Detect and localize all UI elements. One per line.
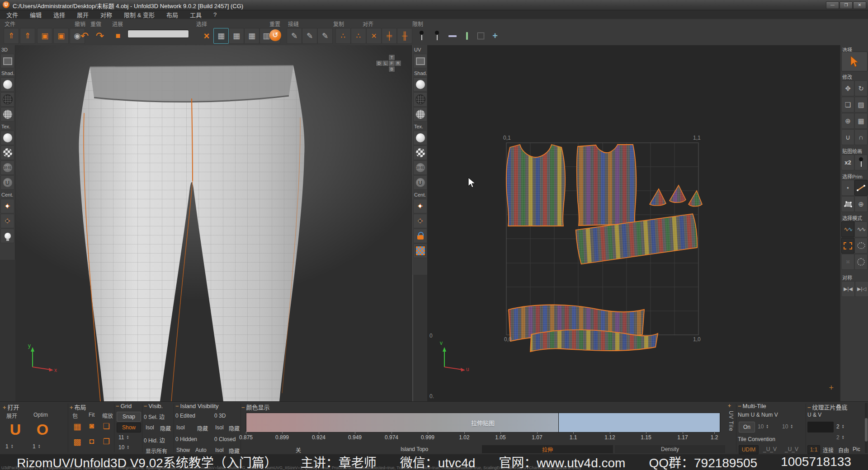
menu-help[interactable]: ? xyxy=(213,11,217,18)
shading-white-button-uv[interactable] xyxy=(413,77,427,92)
bracket-open-tool-button[interactable]: ∪ xyxy=(841,129,854,145)
grid-size-stepper[interactable]: 11▲▼ xyxy=(118,434,129,441)
stepper-arrows-icon[interactable]: ▲▼ xyxy=(766,424,769,429)
island-closed-hide-button[interactable]: 隐藏 xyxy=(229,447,240,455)
island-topo-button[interactable]: Island Topo xyxy=(401,446,428,452)
scale-1to1-button[interactable]: ❏ xyxy=(100,420,112,432)
uv-island-vest-back[interactable] xyxy=(577,145,637,226)
spread-constraint-button[interactable]: + xyxy=(487,28,503,44)
stop-button[interactable]: ■ xyxy=(110,28,126,44)
menu-symmetry[interactable]: 对称 xyxy=(100,10,112,19)
island-3d-hide-button[interactable]: 隐藏 xyxy=(229,424,240,432)
close-button[interactable]: ✕ xyxy=(853,1,866,9)
optim-iterations-stepper[interactable]: 1▲▼ xyxy=(33,443,41,450)
island-isolate-button[interactable]: Isol xyxy=(176,424,185,431)
horizontal-constraint-button[interactable] xyxy=(445,28,460,44)
pack-all-button[interactable]: ▦ xyxy=(71,420,83,432)
stepper-arrows-icon[interactable]: ▲▼ xyxy=(127,445,129,450)
focus-uv-button[interactable] xyxy=(413,54,427,68)
fit-ellipse-button[interactable]: ◘ xyxy=(86,435,98,448)
uv-island-flap-1[interactable] xyxy=(650,189,666,206)
light-toggle-button-3d[interactable] xyxy=(0,229,14,243)
stepper-arrows-icon[interactable]: ▲▼ xyxy=(126,435,129,440)
bottom-scrollbar[interactable] xyxy=(865,403,868,453)
pack-selected-button[interactable]: ▩ xyxy=(71,435,83,448)
undo-button[interactable]: ↶ xyxy=(77,28,92,44)
texture-none-button-uv[interactable] xyxy=(413,131,427,145)
checker-map-button[interactable] xyxy=(413,244,427,258)
section-layout-header[interactable]: +布局 xyxy=(70,403,86,411)
menu-constraints-deform[interactable]: 限制 & 变形 xyxy=(124,10,155,19)
num-v-stepper[interactable]: 10▲▼ xyxy=(782,423,793,430)
menu-select[interactable]: 选择 xyxy=(53,10,65,19)
shading-graywire-button-uv[interactable] xyxy=(413,107,427,122)
section-color-header[interactable]: −颜色显示 xyxy=(241,403,270,411)
num-u-stepper[interactable]: 10▲▼ xyxy=(758,423,769,430)
flag-deform-tool-button[interactable]: ▨ xyxy=(854,97,868,113)
cut-seam-button[interactable]: ✎ xyxy=(287,28,302,44)
uv-convention-1-button[interactable]: _U_V xyxy=(763,446,777,452)
shading-graywire-button-3d[interactable] xyxy=(0,107,14,122)
mode-rectangle-button[interactable] xyxy=(841,238,854,254)
sphere-wrap-tool-button[interactable]: ⊕ xyxy=(841,113,854,129)
brush-tool-button[interactable]: ❏ xyxy=(841,97,854,113)
uv-island-flap-3[interactable] xyxy=(689,191,702,207)
import-file-button[interactable]: ⇑ xyxy=(20,28,35,44)
stretch-mode-button[interactable]: 拉伸 xyxy=(482,445,613,453)
shading-darkwire-button-3d[interactable] xyxy=(0,92,14,107)
unpin-button[interactable] xyxy=(429,28,445,44)
move-tool-button[interactable]: ✥ xyxy=(841,80,854,96)
save-button[interactable]: ▣ xyxy=(37,28,52,44)
paste-uvs-button[interactable]: ∴ xyxy=(351,28,366,44)
color-off-button[interactable]: 关 xyxy=(296,446,301,454)
vertical-constraint-button[interactable] xyxy=(459,28,475,44)
nav-right-button[interactable]: R xyxy=(395,60,401,66)
stepper-arrows-icon[interactable]: ▲▼ xyxy=(842,424,844,429)
shading-white-button-3d[interactable] xyxy=(0,77,14,92)
select-visible-button[interactable]: ▦ xyxy=(213,28,229,44)
prim-vertex-button[interactable]: ● xyxy=(841,180,854,196)
section-island-header[interactable]: −Island Visibility xyxy=(175,403,219,409)
density-mode-button[interactable]: Density xyxy=(615,445,725,453)
save-as-button[interactable]: ▣ xyxy=(53,28,69,44)
texture-v-stepper[interactable]: 2▲▼ xyxy=(836,434,844,441)
select-all-grid-button[interactable]: ▦ xyxy=(244,28,259,44)
stepper-arrows-icon[interactable]: ▲▼ xyxy=(842,435,844,440)
uv-island-vest-front[interactable] xyxy=(506,145,565,226)
island-hide-button[interactable]: 隐藏 xyxy=(197,424,208,432)
bracket-close-tool-button[interactable]: ∩ xyxy=(854,129,868,145)
optimize-button[interactable]: O xyxy=(33,420,52,439)
align-cross-button[interactable]: × xyxy=(366,28,382,44)
center-pivot-button-uv[interactable]: + xyxy=(413,199,427,213)
uv-island-flap-2[interactable] xyxy=(670,185,686,202)
multi-on-button[interactable]: On xyxy=(739,422,755,432)
visib-hide-button[interactable]: 隐藏 xyxy=(160,424,171,432)
texture-binary-button-uv[interactable]: 10 01 xyxy=(413,160,427,175)
menu-edit[interactable]: 编辑 xyxy=(30,10,42,19)
pin-button[interactable] xyxy=(414,28,429,44)
load-file-button[interactable]: ⇑ xyxy=(4,28,19,44)
texel-lock-button[interactable] xyxy=(473,28,488,44)
align-vertical-button[interactable]: ╫ xyxy=(397,28,412,44)
texture-binary-button-3d[interactable]: 10 01 xyxy=(0,160,14,175)
mode-stroke-button[interactable]: ∿∿ xyxy=(841,221,854,237)
rotate-tool-button[interactable]: ↻ xyxy=(854,80,868,96)
uv-add-tile-button[interactable]: + xyxy=(829,384,834,391)
texture-udim-button-uv[interactable]: U xyxy=(413,175,427,190)
texture-none-button-3d[interactable] xyxy=(0,131,14,145)
texture-checker-button-3d[interactable] xyxy=(0,146,14,160)
symmetry-mirror-add-button[interactable]: ▶|◁ xyxy=(855,281,868,297)
pin-paint-button[interactable] xyxy=(854,155,868,170)
x2-resolution-button[interactable]: x2 xyxy=(841,155,854,170)
uv-convention-2-button[interactable]: _U_V xyxy=(785,446,798,452)
connect-button[interactable]: 连接 xyxy=(823,446,834,454)
pic-button[interactable]: Pic xyxy=(853,446,860,452)
mode-circle-button[interactable] xyxy=(854,254,868,270)
texture-u-stepper[interactable]: 2▲▼ xyxy=(836,423,844,430)
nav-left-button[interactable]: L xyxy=(382,60,389,66)
menu-tools[interactable]: 工具 xyxy=(190,10,202,19)
deselect-all-button[interactable]: × xyxy=(199,28,214,44)
grid-subdiv-stepper[interactable]: 10▲▼ xyxy=(118,444,129,451)
visib-isolate-button[interactable]: Isol xyxy=(146,424,154,431)
section-multi-header[interactable]: −Multi-Tile xyxy=(738,403,766,409)
